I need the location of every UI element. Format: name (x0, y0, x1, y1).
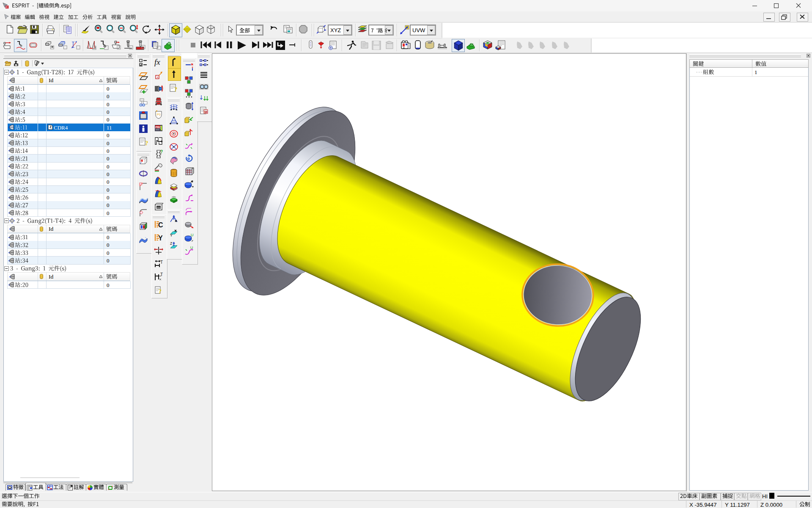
svg-text:U: U (191, 233, 194, 237)
svg-text:U: U (190, 246, 193, 250)
svg-text:P0: P0 (157, 113, 161, 116)
svg-text:T: T (160, 272, 163, 277)
svg-text:?: ? (159, 288, 162, 295)
svg-text:PRO: PRO (156, 126, 162, 129)
svg-text:E: E (6, 6, 8, 8)
svg-text:T: T (160, 260, 163, 265)
svg-text:C: C (158, 221, 163, 229)
svg-text:?: ? (174, 86, 178, 93)
svg-text:Z: Z (170, 241, 173, 246)
svg-text:fx: fx (154, 58, 160, 66)
svg-text:Y: Y (158, 235, 163, 242)
svg-text:Y: Y (170, 233, 173, 237)
svg-text:M: M (205, 110, 208, 114)
svg-text:?: ? (160, 149, 163, 154)
svg-text:?: ? (145, 140, 148, 146)
